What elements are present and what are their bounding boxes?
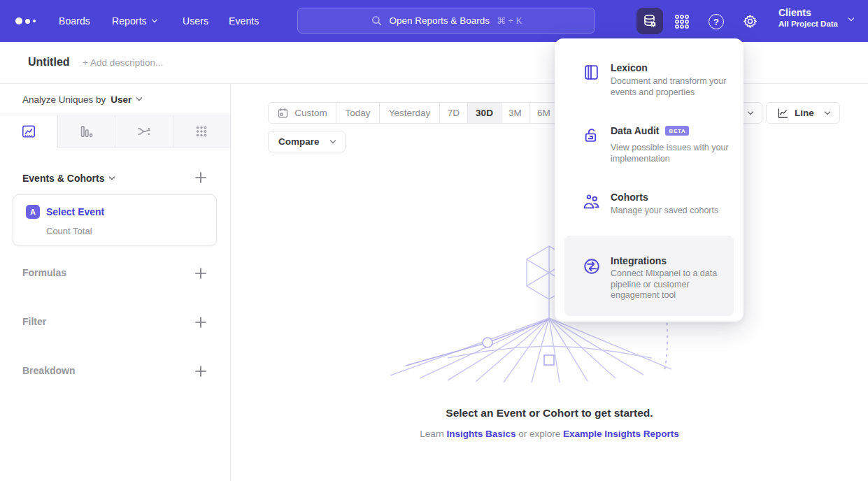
nav-reports[interactable]: Reports <box>112 0 157 42</box>
project-chevron-icon <box>848 15 854 21</box>
chevron-down-icon <box>329 137 335 143</box>
tab-flows-chart[interactable] <box>115 115 173 148</box>
project-name: All Project Data <box>778 20 838 28</box>
apps-grid-button[interactable] <box>674 13 690 30</box>
example-reports-link[interactable]: Example Insights Reports <box>563 429 679 439</box>
event-card[interactable]: A Select Event Count Total <box>13 194 217 246</box>
range-today[interactable]: Today <box>336 103 379 123</box>
help-button[interactable]: ? <box>708 13 725 30</box>
range-custom[interactable]: Custom <box>269 103 336 123</box>
formulas-label: Formulas <box>22 267 66 278</box>
range-yesterday[interactable]: Yesterday <box>379 103 439 123</box>
report-title[interactable]: Untitled <box>28 56 70 69</box>
formulas-section: Formulas <box>0 266 230 282</box>
analyze-value-dropdown[interactable]: User <box>111 94 141 105</box>
mixpanel-app: Boards Reports Users Events Open Reports… <box>0 0 868 481</box>
add-event-button[interactable] <box>193 170 208 185</box>
cohorts-desc: Manage your saved cohorts <box>611 206 738 217</box>
line-chart-icon <box>21 124 36 139</box>
database-gear-icon <box>642 13 657 29</box>
help-icon: ? <box>709 14 724 29</box>
lexicon-desc: Document and transform your events and p… <box>611 76 738 98</box>
menu-item-integrations[interactable] <box>564 236 734 316</box>
chevron-down-icon <box>825 108 830 114</box>
add-filter-button[interactable] <box>193 315 208 330</box>
line-style-icon <box>776 107 789 120</box>
nav-users[interactable]: Users <box>183 0 208 42</box>
lexicon-title: Lexicon <box>611 62 648 73</box>
cohorts-title: Cohorts <box>611 192 648 203</box>
report-description-placeholder[interactable]: + Add description... <box>83 57 163 68</box>
nav-boards[interactable]: Boards <box>59 0 90 42</box>
chevron-down-icon <box>109 174 115 180</box>
data-management-button[interactable] <box>636 8 663 34</box>
beta-badge: BETA <box>665 126 689 136</box>
breakdown-section: Breakdown <box>0 364 230 380</box>
filter-label: Filter <box>22 316 46 327</box>
events-cohorts-toggle[interactable]: Events & Cohorts <box>22 173 114 184</box>
select-event-label[interactable]: Select Event <box>46 206 104 217</box>
search-label: Open Reports & Boards <box>390 15 490 26</box>
tab-insights-line[interactable] <box>0 115 57 148</box>
range-6m[interactable]: 6M <box>529 103 558 123</box>
analyze-label: Analyze Uniques by <box>22 94 106 105</box>
event-letter-badge: A <box>26 205 40 219</box>
data-audit-title: Data Audit BETA <box>611 125 689 136</box>
data-audit-desc: View possible issues with your implement… <box>611 143 738 164</box>
events-cohorts-header: Events & Cohorts <box>0 170 230 189</box>
breakdown-label: Breakdown <box>22 365 75 376</box>
project-selector[interactable]: Clients All Project Data <box>778 7 838 28</box>
bar-chart-icon <box>78 124 94 139</box>
tab-bar-chart[interactable] <box>57 115 115 148</box>
count-total-label[interactable]: Count Total <box>46 226 92 236</box>
top-nav: Boards Reports Users Events Open Reports… <box>0 0 868 42</box>
dot-grid-icon <box>194 124 209 139</box>
data-audit-lock-icon <box>583 127 600 144</box>
search-shortcut: ⌘ + K <box>497 15 522 26</box>
tab-retention-chart[interactable] <box>173 115 231 148</box>
chevron-down-icon <box>136 95 142 101</box>
flows-icon <box>136 124 152 139</box>
filter-section: Filter <box>0 315 230 331</box>
lexicon-book-icon <box>583 64 600 81</box>
cohorts-people-icon <box>583 194 600 211</box>
analyze-row: Analyze Uniques by User <box>0 84 230 115</box>
chevron-down-icon <box>151 17 157 22</box>
add-formula-button[interactable] <box>193 266 208 281</box>
range-3m[interactable]: 3M <box>501 103 529 123</box>
chart-type-tabs <box>0 115 230 148</box>
add-breakdown-button[interactable] <box>193 364 208 379</box>
data-tools-dropdown: Lexicon Document and transform your even… <box>555 38 744 322</box>
search-icon <box>371 15 383 27</box>
plus-icon <box>194 171 207 184</box>
settings-button[interactable] <box>741 13 759 30</box>
query-sidebar: Analyze Uniques by User <box>0 84 231 481</box>
plus-icon <box>194 267 207 280</box>
gear-icon <box>742 13 758 29</box>
mixpanel-logo[interactable] <box>15 0 36 42</box>
range-30d[interactable]: 30D <box>467 103 501 123</box>
nav-events[interactable]: Events <box>229 0 259 42</box>
empty-state-title: Select an Event or Cohort to get started… <box>231 407 868 419</box>
range-7d[interactable]: 7D <box>439 103 467 123</box>
chart-style-button[interactable]: Line <box>766 102 840 124</box>
grid-icon <box>674 14 690 29</box>
chevron-down-icon <box>747 109 753 115</box>
plus-icon <box>194 365 207 378</box>
org-name: Clients <box>778 7 838 18</box>
plus-icon <box>194 316 207 329</box>
calendar-icon <box>277 107 289 119</box>
empty-state-subtitle: Learn Insights Basics or explore Example… <box>231 429 868 439</box>
insights-basics-link[interactable]: Insights Basics <box>446 429 515 439</box>
compare-button[interactable]: Compare <box>268 131 346 152</box>
global-search[interactable]: Open Reports & Boards ⌘ + K <box>297 8 595 34</box>
